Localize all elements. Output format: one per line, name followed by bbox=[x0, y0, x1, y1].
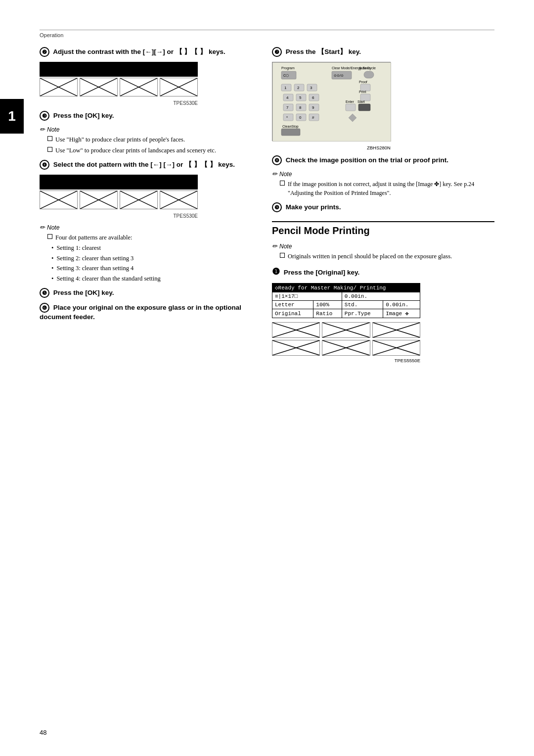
svg-rect-50 bbox=[358, 104, 370, 111]
step2-heading: ❷ Adjust the contrast with the [←][→] or… bbox=[40, 47, 252, 57]
pencil-icon-1: ✏ bbox=[40, 126, 45, 133]
pencil-mode-section: Pencil Mode Printing ✏ Note Originals wr… bbox=[272, 221, 494, 363]
step9-circle: ❾ bbox=[272, 202, 282, 212]
step4-circle: ❹ bbox=[40, 160, 49, 170]
step8-note: ✏ Note If the image position is not corr… bbox=[272, 170, 494, 197]
lcd-row1-c1-text: ≡|1×17□ bbox=[275, 293, 298, 299]
chapter-number: 1 bbox=[8, 108, 16, 124]
lcd-row2-c4-text: 0.00in. bbox=[386, 302, 408, 308]
svg-text:*: * bbox=[286, 115, 288, 120]
svg-rect-49 bbox=[346, 104, 356, 111]
chapter-tab: 1 bbox=[0, 99, 24, 134]
control-panel-container: Program Clear Mode/Energy Save C⬡ ⊙⊙/⊙ A… bbox=[272, 62, 494, 150]
lcd-row2-c3: Std. bbox=[342, 301, 383, 309]
lcd-row3-c1-text: Original bbox=[275, 311, 301, 317]
lcd-row2-c1: Letter bbox=[272, 301, 313, 309]
svg-text:1: 1 bbox=[284, 86, 287, 90]
lcd-row2: Letter 100% Std. 0.00in. bbox=[272, 301, 420, 309]
lcd-row2-c2-text: 100% bbox=[316, 302, 329, 308]
section-divider bbox=[272, 221, 494, 222]
svg-line-5 bbox=[120, 78, 157, 96]
step6-heading: ❻ Place your original on the exposure gl… bbox=[40, 303, 252, 322]
lcd-row1-c2: 0.00in. bbox=[342, 292, 420, 301]
svg-text:3: 3 bbox=[310, 86, 312, 90]
svg-line-15 bbox=[160, 191, 197, 209]
svg-rect-51 bbox=[283, 114, 293, 121]
panel-cells-1 bbox=[40, 78, 198, 96]
panel-cell-1b bbox=[80, 78, 118, 96]
pencil-note-label-text: Note bbox=[279, 243, 292, 250]
svg-line-7 bbox=[160, 78, 197, 96]
lcd-row3-c3: Ppr.Type bbox=[342, 309, 383, 318]
pencil-icon-3: ✏ bbox=[272, 170, 277, 178]
svg-text:2: 2 bbox=[297, 86, 300, 90]
checkbox-5 bbox=[280, 253, 285, 258]
pencil-panel-cell-4 bbox=[272, 340, 320, 356]
breadcrumb: Operation bbox=[40, 32, 494, 38]
pencil-step1-heading: ❶ Press the [Original] key. bbox=[272, 266, 494, 278]
display-panel-1: TPES530E bbox=[40, 62, 252, 106]
lcd-row3-c4: Image ✤ bbox=[383, 309, 420, 318]
pencil-icon-4: ✏ bbox=[272, 242, 277, 250]
svg-rect-59 bbox=[281, 129, 300, 136]
bullet-dot-3: • bbox=[51, 264, 53, 273]
svg-text:7: 7 bbox=[286, 105, 289, 110]
step3-text: Press the [OK] key. bbox=[53, 112, 114, 119]
checkbox-1 bbox=[47, 136, 52, 141]
step3-note-item-2-text: Use "Low" to produce clear prints of lan… bbox=[55, 146, 216, 155]
bullet-dot-2: • bbox=[51, 254, 53, 263]
svg-text:0: 0 bbox=[299, 115, 302, 120]
svg-text:Start: Start bbox=[357, 100, 365, 103]
svg-line-2 bbox=[80, 78, 117, 96]
pencil-panel-cell-6 bbox=[372, 340, 420, 356]
page-container: 1 Operation ❷ Adjust the contrast with t… bbox=[0, 0, 534, 756]
lcd-row2-c3-text: Std. bbox=[345, 302, 357, 308]
step8-note-item-text: If the image position is not correct, ad… bbox=[288, 180, 494, 197]
step3-heading: ❸ Press the [OK] key. bbox=[40, 111, 252, 121]
panel-black-bar-1 bbox=[40, 62, 198, 77]
bullet-3: • Setting 3: clearer than setting 4 bbox=[51, 264, 252, 273]
bullet-4: • Setting 4: clearer than the standard s… bbox=[51, 275, 252, 284]
pencil-note-label: ✏ Note bbox=[272, 242, 494, 250]
panel-black-bar-2 bbox=[40, 175, 198, 189]
svg-text:5: 5 bbox=[299, 95, 302, 100]
pencil-icon-2: ✏ bbox=[40, 224, 45, 231]
step3-note-item-1: Use "High" to produce clear prints of pe… bbox=[47, 135, 252, 144]
svg-line-13 bbox=[120, 191, 157, 209]
svg-text:8: 8 bbox=[299, 105, 302, 110]
svg-line-9 bbox=[40, 191, 77, 209]
note2-intro-text: Four dot patterns are available: bbox=[55, 233, 133, 242]
main-content: ❷ Adjust the contrast with the [←][→] or… bbox=[40, 47, 494, 363]
svg-line-1 bbox=[40, 78, 77, 96]
step3-circle: ❸ bbox=[40, 111, 49, 121]
checkbox-3 bbox=[47, 234, 52, 239]
svg-text:Auto Cycle: Auto Cycle bbox=[359, 66, 376, 70]
lcd-row3-c3-text: Ppr.Type bbox=[345, 311, 371, 317]
lcd-header-text: ◇Ready for Master Making/ Printing bbox=[275, 285, 386, 291]
top-rule bbox=[40, 30, 494, 30]
step6-text: Place your original on the exposure glas… bbox=[40, 304, 241, 321]
step5-heading: ❺ Press the [OK] key. bbox=[40, 288, 252, 298]
bullet-3-text: Setting 3: clearer than setting 4 bbox=[56, 264, 134, 273]
step8-heading: ❽ Check the image position on the trial … bbox=[272, 155, 494, 165]
svg-line-8 bbox=[40, 191, 77, 209]
step8-text: Check the image position on the trial or… bbox=[286, 156, 448, 164]
page-number: 48 bbox=[40, 729, 46, 736]
panel-cells-2 bbox=[40, 190, 198, 209]
svg-line-12 bbox=[120, 191, 157, 209]
step5-text: Press the [OK] key. bbox=[53, 289, 114, 296]
lcd-row3: Original Ratio Ppr.Type Image ✤ bbox=[272, 309, 420, 318]
step7-panel-label: ZBHS280N bbox=[272, 145, 391, 150]
svg-text:#: # bbox=[312, 115, 314, 120]
lcd-row1-c2-text: 0.00in. bbox=[345, 293, 367, 299]
svg-line-11 bbox=[80, 191, 117, 209]
bullet-dot-1: • bbox=[51, 244, 53, 253]
pencil-panel-row1 bbox=[272, 322, 420, 338]
svg-text:CleanStop: CleanStop bbox=[282, 125, 299, 129]
lcd-row1-c1: ≡|1×17□ bbox=[272, 292, 342, 301]
bullet-2-text: Setting 2: clearer than setting 3 bbox=[56, 254, 134, 263]
svg-text:4: 4 bbox=[286, 95, 289, 100]
pencil-step1-text: Press the [Original] key. bbox=[284, 269, 360, 276]
pencil-panel-cell-1 bbox=[272, 322, 320, 338]
svg-text:⊙⊙/⊙: ⊙⊙/⊙ bbox=[334, 74, 344, 77]
